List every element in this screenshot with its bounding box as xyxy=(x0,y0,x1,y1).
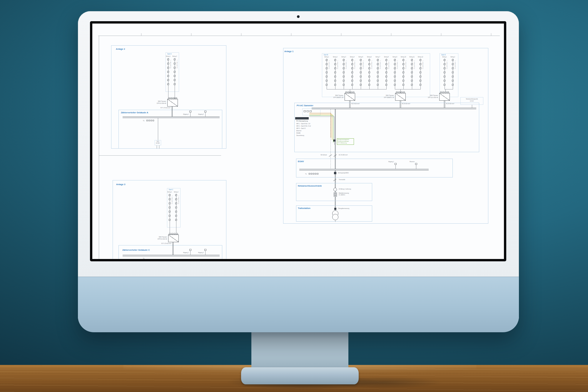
pv-module-icon xyxy=(385,67,387,69)
pv-module-icon xyxy=(420,63,421,65)
inverter-label: SMA Tripower xyxy=(420,95,438,97)
pv-module-icon xyxy=(351,67,353,69)
pv-module-icon xyxy=(411,63,413,65)
string-header: String 10 xyxy=(399,56,408,58)
ct-wandler-icon xyxy=(334,192,337,194)
pv-module-icon xyxy=(411,59,413,61)
device-label: E 63A xyxy=(155,142,161,144)
branch-fuse-icon xyxy=(189,111,191,112)
string-header: String 1 xyxy=(322,56,331,58)
pv-module-icon xyxy=(174,79,176,81)
meter-row-label: T1 xyxy=(305,173,309,175)
feeder-wire xyxy=(158,118,158,140)
string-header: String 7 xyxy=(373,56,382,58)
ac-drop xyxy=(172,107,173,117)
na-schutz-label: NA-Schutz xyxy=(312,154,327,156)
string-note: 7× Modul 425 Wp xyxy=(362,60,363,84)
dc-wire xyxy=(420,86,421,89)
pv-module-icon xyxy=(167,75,169,77)
pv-module-icon xyxy=(174,59,176,60)
inverter-label: SMA Tripower xyxy=(376,95,394,97)
imac-chin xyxy=(78,277,519,332)
branch-fuse-icon xyxy=(415,163,417,165)
string-header: String 9 xyxy=(390,56,400,58)
egav-busbar xyxy=(299,169,429,170)
trunk-meter-label: Erzeugungszähler xyxy=(338,172,359,174)
pv-module-icon xyxy=(411,80,413,82)
inverter-label: STP 8.0-3AV-40 xyxy=(149,238,167,240)
pv-module-icon xyxy=(360,63,362,65)
dc-wire xyxy=(361,86,361,89)
cable-label: NYY-J 5×16 mm² xyxy=(153,243,171,245)
branch-wire xyxy=(416,165,416,169)
string-note: 7× Modul 425 Wp xyxy=(169,60,171,83)
dc-wire xyxy=(176,221,176,235)
pv-module-icon xyxy=(452,63,454,65)
frame-tick xyxy=(491,33,491,36)
pv-module-icon xyxy=(326,63,328,65)
pv-module-icon xyxy=(167,67,169,69)
pv-module-icon xyxy=(326,59,328,61)
frame-left-line xyxy=(99,36,99,259)
branch-fuse-icon xyxy=(204,249,206,251)
anlage2-busbar xyxy=(123,117,220,118)
pv-module-icon xyxy=(377,80,379,82)
pv-module-icon xyxy=(343,76,345,77)
dc-wire xyxy=(445,86,445,89)
ac-drop xyxy=(173,242,173,255)
inverter-label: STP 8.0-3AV-40 xyxy=(148,103,166,104)
branch-label: Reserve xyxy=(402,161,415,163)
pv-module-icon xyxy=(343,59,345,61)
pv-module-icon xyxy=(368,72,370,73)
pv-module-icon xyxy=(360,76,362,77)
branch-wire xyxy=(395,165,396,169)
imac-body: Anlage 2Dach AString 17× Modul 425 WpStr… xyxy=(78,11,519,332)
dc-wire xyxy=(344,86,344,89)
meter-cell xyxy=(148,120,150,121)
string-note: 7× Modul 425 Wp xyxy=(176,60,177,83)
transformer-coil-icon xyxy=(332,214,338,220)
pv-module-icon xyxy=(394,67,396,69)
meter-cell xyxy=(313,173,314,175)
branch-wire xyxy=(190,112,191,117)
pv-module-icon xyxy=(351,76,353,77)
pv-module-icon xyxy=(394,76,396,77)
string-header: String 4 xyxy=(348,56,357,58)
meter-row-label: T1 xyxy=(143,258,146,259)
dc-wire xyxy=(335,86,335,89)
pv-module-icon xyxy=(411,76,413,77)
pv-module-icon xyxy=(175,215,177,217)
dc-wire xyxy=(352,86,353,89)
pv-module-icon xyxy=(175,207,177,208)
pv-module-icon xyxy=(326,76,328,77)
frame-tick xyxy=(241,33,241,36)
meter-cell xyxy=(309,173,310,175)
pv-module-icon xyxy=(394,72,396,73)
pv-ac-title: PV-AC Sammler xyxy=(297,104,332,107)
dc-wire xyxy=(175,85,175,99)
pv-module-icon xyxy=(394,59,396,61)
string-header: String 2 xyxy=(170,56,179,57)
inverter-label: SMA Tripower xyxy=(148,101,166,102)
pv-module-icon xyxy=(452,72,454,73)
dc-collector xyxy=(395,89,421,89)
pv-module-icon xyxy=(360,72,362,73)
pv-module-icon xyxy=(368,59,370,61)
anlage1-title: Anlage 1 xyxy=(284,50,320,53)
pv-module-icon xyxy=(452,76,454,77)
pv-module-icon xyxy=(169,211,171,212)
pv-module-icon xyxy=(169,202,171,204)
branch-label: Abgang 1 xyxy=(381,161,394,163)
meter-cell xyxy=(311,173,312,175)
inverter-label: SMA Tripower xyxy=(326,95,343,97)
roof-label: Dach A xyxy=(167,54,179,55)
pv-module-icon xyxy=(334,63,336,65)
pv-module-icon xyxy=(175,194,177,196)
imac-stand-foot xyxy=(241,367,359,384)
pv-module-icon xyxy=(385,76,387,77)
frame-tick xyxy=(141,33,141,36)
trafo-title: Trafostation xyxy=(298,207,333,210)
pv-module-icon xyxy=(326,80,328,82)
pv-module-icon xyxy=(377,76,379,77)
grid-box-label: 0,4 kV xyxy=(460,100,483,102)
